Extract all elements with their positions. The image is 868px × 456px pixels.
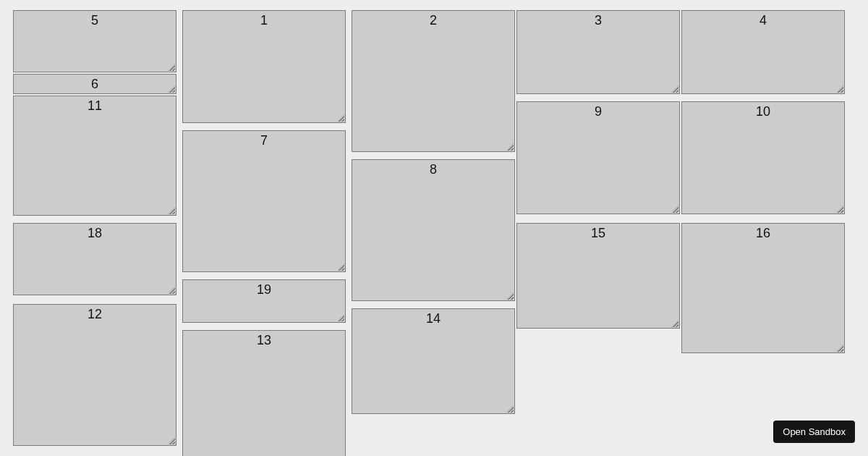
- grid-layout: 512346117891018151619121413: [13, 10, 855, 446]
- grid-box-label: 19: [257, 282, 271, 297]
- grid-box-label: 14: [426, 311, 441, 326]
- grid-box-label: 3: [595, 13, 602, 28]
- grid-box-11[interactable]: 11: [13, 96, 176, 216]
- grid-box-label: 4: [760, 13, 767, 28]
- grid-box-label: 10: [756, 104, 770, 119]
- grid-box-3[interactable]: 3: [516, 10, 680, 94]
- grid-box-label: 9: [595, 104, 602, 119]
- grid-box-label: 15: [591, 226, 605, 240]
- grid-box-label: 13: [257, 333, 271, 347]
- open-sandbox-button[interactable]: Open Sandbox: [773, 421, 855, 443]
- grid-box-4[interactable]: 4: [681, 10, 845, 94]
- grid-box-18[interactable]: 18: [13, 223, 176, 295]
- grid-box-label: 1: [260, 13, 268, 28]
- grid-box-14[interactable]: 14: [352, 308, 515, 414]
- grid-box-5[interactable]: 5: [13, 10, 176, 72]
- grid-box-7[interactable]: 7: [182, 130, 346, 272]
- grid-box-6[interactable]: 6: [13, 74, 176, 94]
- grid-box-10[interactable]: 10: [681, 101, 845, 214]
- grid-box-label: 16: [756, 226, 770, 240]
- grid-box-8[interactable]: 8: [352, 159, 515, 301]
- grid-box-label: 12: [88, 307, 102, 321]
- grid-box-19[interactable]: 19: [182, 279, 346, 323]
- grid-box-label: 11: [88, 98, 102, 113]
- grid-box-label: 5: [91, 13, 98, 28]
- grid-box-label: 8: [430, 162, 437, 177]
- grid-box-9[interactable]: 9: [516, 101, 680, 214]
- grid-box-15[interactable]: 15: [516, 223, 680, 329]
- grid-box-2[interactable]: 2: [352, 10, 515, 152]
- grid-box-13[interactable]: 13: [182, 330, 346, 456]
- grid-box-label: 2: [430, 13, 437, 28]
- grid-box-label: 18: [88, 226, 102, 240]
- grid-box-label: 6: [91, 77, 98, 91]
- grid-box-1[interactable]: 1: [182, 10, 346, 123]
- grid-box-label: 7: [260, 133, 268, 148]
- grid-box-16[interactable]: 16: [681, 223, 845, 353]
- grid-box-12[interactable]: 12: [13, 304, 176, 446]
